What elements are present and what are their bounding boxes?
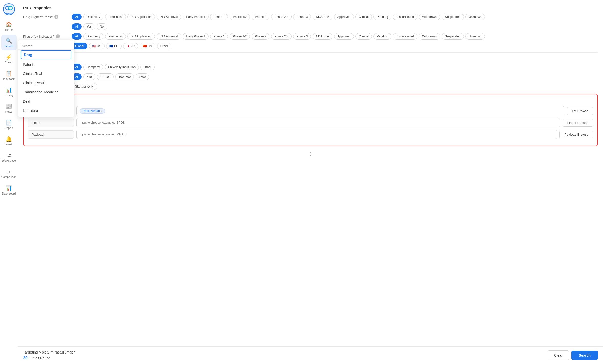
tag-phase-2[interactable]: Phase 2 <box>252 33 269 40</box>
clear-button[interactable]: Clear <box>548 350 569 360</box>
main-content: R&D Properties Drug Highest Phase i AllD… <box>18 0 603 364</box>
tag-phase-2[interactable]: Phase 2 <box>252 14 269 20</box>
tag-discontinued[interactable]: Discontinued <box>393 14 417 20</box>
tm-browse-button[interactable]: TM Browse <box>567 107 593 115</box>
tag-phase-1[interactable]: Phase 1 <box>210 33 228 40</box>
tag-pending[interactable]: Pending <box>373 14 391 20</box>
tag-all[interactable]: All <box>72 14 82 20</box>
location-tag-us[interactable]: 🇺🇸 US <box>89 43 105 49</box>
search-type-dropdown[interactable]: Drug Patent Clinical Trial Clinical Resu… <box>18 40 74 117</box>
tag-ind-approval[interactable]: IND Approval <box>157 33 181 40</box>
location-tag-eu[interactable]: 🇪🇺 EU <box>106 43 122 49</box>
dropdown-item-translational-medicine[interactable]: Translational Medicine <box>18 88 74 97</box>
tag-clinical[interactable]: Clinical <box>355 33 372 40</box>
tag-phase-12[interactable]: Phase 1/2 <box>230 14 250 20</box>
targeting-moiety-remove-icon[interactable]: × <box>101 109 103 113</box>
dropdown-item-patent[interactable]: Patent <box>18 60 74 69</box>
tag-unknown[interactable]: Unknown <box>465 33 485 40</box>
tag-500[interactable]: >500 <box>136 73 149 80</box>
tag-all[interactable]: All <box>72 23 82 30</box>
tag-pending[interactable]: Pending <box>373 33 391 40</box>
tag-ind-application[interactable]: IND Application <box>127 33 155 40</box>
linker-input[interactable] <box>80 121 557 124</box>
tag-all[interactable]: All <box>72 33 82 40</box>
payload-browse-button[interactable]: Payload Browse <box>559 131 593 138</box>
dropdown-search-area <box>18 42 74 50</box>
tag-preclinical[interactable]: Preclinical <box>105 33 126 40</box>
sidebar-item-playbook[interactable]: 📋 Playbook <box>1 68 17 83</box>
targeting-moiety-input-wrap[interactable]: Trastuzumab × <box>76 106 564 115</box>
payload-input-wrap[interactable] <box>76 130 557 139</box>
organizations-title: Organizations <box>23 56 598 60</box>
tag-no[interactable]: No <box>97 23 107 30</box>
tag-suspended[interactable]: Suspended <box>442 33 464 40</box>
sidebar-item-comparison[interactable]: ↔ Comparison <box>1 166 17 181</box>
tag-discovery[interactable]: Discovery <box>83 33 103 40</box>
tag-10[interactable]: <10 <box>83 73 95 80</box>
drug-highest-phase-row: Drug Highest Phase i AllDiscoveryPreclin… <box>23 14 598 20</box>
drug-location-row: Drug Location i Global🇺🇸 US🇪🇺 EU🇯🇵 JP🇨🇳 … <box>23 43 598 49</box>
payload-input[interactable] <box>80 133 554 136</box>
search-button[interactable]: Search <box>571 351 598 360</box>
linker-browse-button[interactable]: Linker Browse <box>563 119 593 127</box>
location-tag-cn[interactable]: 🇨🇳 CN <box>140 43 155 49</box>
drug-highest-phase-info-icon[interactable]: i <box>54 15 58 19</box>
app-logo: Synapse by patsnap <box>2 3 16 16</box>
tag-preclinical[interactable]: Preclinical <box>105 14 126 20</box>
tag-approved[interactable]: Approved <box>334 14 354 20</box>
targeting-moiety-input[interactable] <box>107 109 561 113</box>
tag-discovery[interactable]: Discovery <box>83 14 103 20</box>
tag-unknown[interactable]: Unknown <box>465 14 485 20</box>
tag-100500[interactable]: 100~500 <box>115 73 134 80</box>
tag-discontinued[interactable]: Discontinued <box>393 33 417 40</box>
technology-section-header[interactable]: Technology | XDC ∨ <box>28 99 593 103</box>
sidebar-item-alert[interactable]: 🔔 Alert <box>1 133 17 148</box>
employee-number-tags: All<1010~100100~500>500 <box>72 73 598 80</box>
sidebar-item-home[interactable]: 🏠 Home <box>1 18 17 34</box>
dropdown-item-clinical-result[interactable]: Clinical Result <box>18 78 74 88</box>
tag-approved[interactable]: Approved <box>334 33 354 40</box>
tag-withdrawn[interactable]: Withdrawn <box>419 14 440 20</box>
sidebar-item-comp[interactable]: ⚡ Comp. <box>1 51 17 67</box>
org-type-tags: AllCompanyUniversity/InstitutionOther <box>72 64 598 70</box>
tag-early-phase-1[interactable]: Early Phase 1 <box>183 33 209 40</box>
dropdown-item-deal[interactable]: Deal <box>18 97 74 106</box>
dropdown-item-drug[interactable]: Drug <box>21 50 71 59</box>
phase-by-indication-info-icon[interactable]: i <box>56 34 60 38</box>
tag-phase-1[interactable]: Phase 1 <box>210 14 228 20</box>
sidebar-item-news[interactable]: 📰 News <box>1 100 17 116</box>
tag-company[interactable]: Company <box>83 64 103 70</box>
report-icon: 📄 <box>6 120 12 126</box>
query-text: Targeting Moiety: "Trastuzumab" <box>23 350 548 354</box>
tag-ndabla[interactable]: NDA/BLA <box>313 33 332 40</box>
dropdown-item-literature[interactable]: Literature <box>18 106 74 115</box>
tag-withdrawn[interactable]: Withdrawn <box>419 33 440 40</box>
tag-ind-application[interactable]: IND Application <box>127 14 155 20</box>
is-drug-row: AllYesNo <box>23 23 598 30</box>
tag-phase-23[interactable]: Phase 2/3 <box>271 33 292 40</box>
tag-phase-3[interactable]: Phase 3 <box>293 14 311 20</box>
tag-ndabla[interactable]: NDA/BLA <box>313 14 332 20</box>
dropdown-item-clinical-trial[interactable]: Clinical Trial <box>18 69 74 78</box>
tag-yes[interactable]: Yes <box>83 23 95 30</box>
sidebar-item-dashboard[interactable]: 📊 Dashboard <box>1 182 17 198</box>
startups-only-tag[interactable]: Startups Only <box>72 83 97 90</box>
tag-phase-23[interactable]: Phase 2/3 <box>271 14 292 20</box>
linker-input-wrap[interactable] <box>76 118 560 127</box>
tag-phase-12[interactable]: Phase 1/2 <box>230 33 250 40</box>
tag-suspended[interactable]: Suspended <box>442 14 464 20</box>
tag-clinical[interactable]: Clinical <box>355 14 372 20</box>
dropdown-search-input[interactable] <box>22 44 70 48</box>
sidebar-item-report[interactable]: 📄 Report <box>1 117 17 132</box>
tag-ind-approval[interactable]: IND Approval <box>157 14 181 20</box>
sidebar-item-workspace[interactable]: 🗂 Workspace <box>1 149 17 165</box>
tag-10100[interactable]: 10~100 <box>97 73 114 80</box>
tag-phase-3[interactable]: Phase 3 <box>293 33 311 40</box>
tag-early-phase-1[interactable]: Early Phase 1 <box>183 14 209 20</box>
sidebar-item-history[interactable]: 📊 History <box>1 84 17 99</box>
tag-other[interactable]: Other <box>140 64 155 70</box>
location-tag-other[interactable]: Other <box>157 43 171 49</box>
sidebar-item-search[interactable]: 🔍 Search <box>1 35 17 50</box>
location-tag-jp[interactable]: 🇯🇵 JP <box>123 43 138 49</box>
tag-universityinstitution[interactable]: University/Institution <box>105 64 139 70</box>
